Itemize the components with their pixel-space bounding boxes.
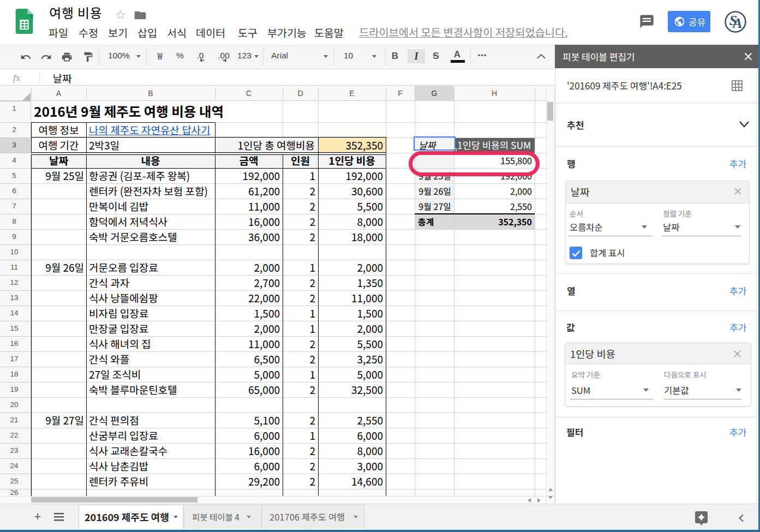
svg-text:A: A bbox=[732, 15, 742, 31]
